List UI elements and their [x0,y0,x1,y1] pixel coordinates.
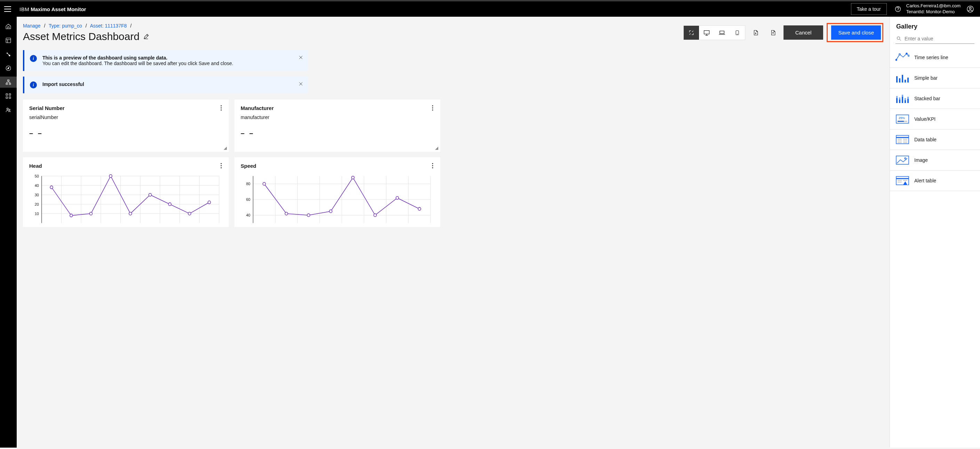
svg-rect-17 [704,30,709,34]
svg-text:40: 40 [246,213,250,217]
crumb-asset[interactable]: Asset: 111137F8 [90,23,127,29]
gallery-item-label: Alert table [914,178,936,184]
gallery-item-label: Data table [914,137,937,142]
svg-rect-13 [6,97,8,99]
svg-rect-14 [9,97,11,99]
menu-icon[interactable] [4,6,11,12]
gallery-item-icon [896,72,909,84]
svg-text:30: 30 [35,193,39,197]
card-subtitle: serialNumber [29,115,223,120]
svg-point-26 [432,110,433,111]
gallery-item[interactable]: Stacked bar [890,88,980,109]
gallery-item[interactable]: 25%Value/KPI [890,109,980,129]
svg-rect-106 [907,97,909,99]
tablet-view-button[interactable] [730,26,745,40]
crumb-type[interactable]: Type: pump_co [49,23,82,29]
brand-product: Maximo Asset Monitor [30,6,86,12]
gallery-item[interactable]: Data table [890,129,980,150]
take-tour-button[interactable]: Take a tour [851,3,887,15]
svg-rect-102 [902,95,903,97]
gallery-item[interactable]: Simple bar [890,68,980,88]
nav-explore-icon[interactable] [0,63,17,74]
gallery-item[interactable]: Time series line [890,47,980,68]
card-grid: Serial Number serialNumber – – ◢ Manufac… [23,99,440,227]
editor-toolbar: Cancel Save and close [683,23,883,42]
svg-point-3 [969,7,971,10]
nav-users-icon[interactable] [0,104,17,115]
card-speed-chart[interactable]: Speed 406080 [234,157,440,227]
save-and-close-button[interactable]: Save and close [831,26,881,40]
svg-text:40: 40 [35,184,39,188]
gallery-item-icon [896,51,909,63]
svg-point-55 [129,212,132,215]
gallery-item-icon [896,134,909,145]
card-head-chart[interactable]: Head 1020304050 [23,157,229,227]
svg-rect-105 [907,99,909,103]
gallery-item-label: Image [914,157,928,163]
gallery-search-input[interactable] [905,36,974,42]
cancel-button[interactable]: Cancel [784,26,824,40]
card-menu-icon[interactable] [429,104,436,111]
close-icon[interactable] [298,55,303,60]
viewport-group [683,26,745,40]
svg-point-120 [905,158,906,159]
preview-notice-title: This is a preview of the dashboard using… [43,55,233,61]
gallery-item[interactable]: Alert table [890,171,980,191]
user-avatar-icon[interactable] [965,3,976,14]
svg-point-54 [109,174,112,177]
svg-rect-103 [905,100,906,103]
svg-point-22 [221,107,222,109]
svg-point-28 [221,165,222,166]
edit-title-icon[interactable] [143,34,149,40]
desktop-view-button[interactable] [699,26,714,40]
laptop-view-button[interactable] [714,26,730,40]
page-title: Asset Metrics Dashboard [23,30,149,43]
svg-point-52 [70,214,73,217]
svg-point-82 [329,210,332,213]
svg-point-59 [208,201,211,204]
export-icon[interactable] [766,26,780,40]
left-sidebar [0,17,17,447]
svg-point-20 [737,34,737,34]
card-menu-icon[interactable] [218,162,225,169]
import-notice: i Import successful [23,77,308,93]
resize-handle-icon[interactable]: ◢ [435,145,438,150]
help-icon[interactable] [892,3,904,14]
breadcrumb: Manage / Type: pump_co / Asset: 111137F8… [23,23,149,29]
svg-point-1 [897,10,898,11]
nav-apps-icon[interactable] [0,91,17,102]
svg-point-16 [9,109,10,110]
gallery-item-label: Time series line [914,54,948,60]
gallery-item-label: Stacked bar [914,96,940,101]
svg-rect-94 [902,75,903,83]
gallery-item[interactable]: Image [890,150,980,171]
nav-hierarchy-icon[interactable] [0,77,17,88]
import-notice-title: Import successful [43,81,84,87]
resize-handle-icon[interactable]: ◢ [224,145,227,150]
svg-point-90 [906,53,907,54]
card-value: – – [241,129,434,137]
svg-point-91 [908,55,909,56]
svg-point-84 [374,214,377,217]
import-icon[interactable] [749,26,763,40]
top-header: IBMMaximo Asset Monitor Take a tour Carl… [0,0,980,17]
svg-rect-93 [899,78,900,83]
nav-dashboard-icon[interactable] [0,35,17,46]
svg-point-24 [432,105,433,107]
card-menu-icon[interactable] [218,104,225,111]
svg-text:25%: 25% [899,116,905,120]
gallery-title: Gallery [890,17,980,34]
gallery-search[interactable] [896,34,974,44]
svg-point-21 [221,105,222,107]
close-icon[interactable] [298,81,303,86]
card-serial-number[interactable]: Serial Number serialNumber – – ◢ [23,99,229,152]
svg-rect-104 [905,98,906,100]
svg-text:20: 20 [35,202,39,206]
nav-connect-icon[interactable] [0,49,17,60]
card-manufacturer[interactable]: Manufacturer manufacturer – – ◢ [234,99,440,152]
crumb-manage[interactable]: Manage [23,23,41,29]
nav-home-icon[interactable] [0,21,17,32]
svg-rect-11 [6,94,8,95]
card-menu-icon[interactable] [429,162,436,169]
fullscreen-button[interactable] [684,26,699,40]
